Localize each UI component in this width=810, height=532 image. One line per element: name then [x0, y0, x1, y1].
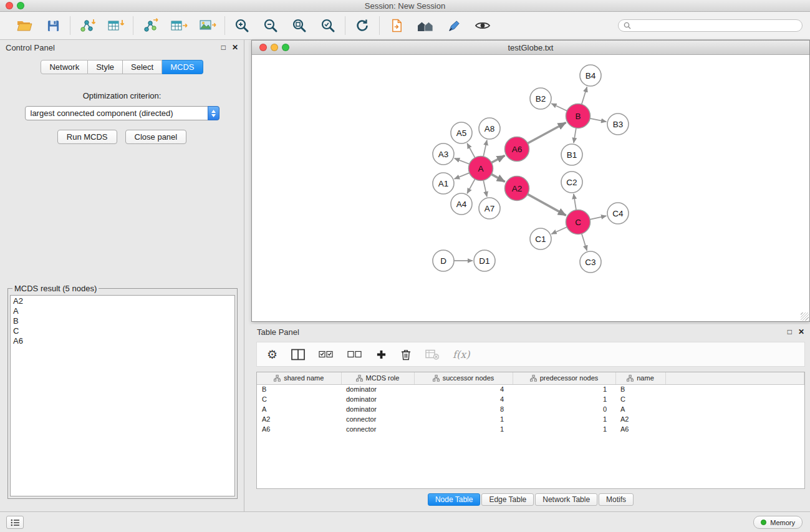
graph-edge-C-C4[interactable]: [590, 216, 606, 220]
float-table-panel-icon[interactable]: □: [788, 327, 792, 336]
graph-node-A6[interactable]: A6: [505, 137, 529, 162]
close-panel-icon[interactable]: ✕: [232, 43, 238, 52]
delete-column-button[interactable]: [400, 349, 412, 360]
graph-node-A5[interactable]: A5: [451, 122, 472, 143]
graph-edge-A-A5[interactable]: [467, 143, 475, 158]
table-cell[interactable]: 1: [513, 384, 615, 394]
table-cell[interactable]: B: [257, 384, 341, 394]
table-row[interactable]: Bdominator41B: [257, 384, 804, 394]
graph-edge-A-A8[interactable]: [483, 140, 487, 157]
graph-node-A8[interactable]: A8: [479, 118, 500, 139]
memory-button[interactable]: Memory: [753, 516, 803, 529]
mcds-result-item[interactable]: A6: [13, 336, 232, 346]
tab-select[interactable]: Select: [123, 60, 162, 74]
graph-edge-A2-C[interactable]: [528, 194, 566, 215]
tab-style[interactable]: Style: [88, 60, 123, 74]
table-row[interactable]: A6connector11A6: [257, 424, 804, 434]
table-cell[interactable]: dominator: [341, 394, 414, 404]
show-columns-button[interactable]: [291, 349, 305, 360]
table-cell[interactable]: C: [257, 394, 341, 404]
graph-node-B2[interactable]: B2: [530, 88, 551, 109]
zoom-selected-button[interactable]: [318, 15, 338, 36]
refresh-view-button[interactable]: [352, 15, 372, 36]
graph-edge-B-B1[interactable]: [574, 128, 576, 143]
table-cell[interactable]: 1: [513, 414, 615, 424]
criterion-dropdown[interactable]: largest connected component (directed): [25, 106, 219, 120]
open-session-button[interactable]: [14, 15, 34, 36]
mcds-result-list[interactable]: A2ABCA6: [10, 295, 235, 496]
import-table-button[interactable]: [106, 15, 126, 36]
tab-mcds[interactable]: MCDS: [162, 60, 203, 74]
table-cell[interactable]: C: [615, 394, 665, 404]
mcds-result-item[interactable]: B: [13, 316, 232, 326]
home-view-button[interactable]: [415, 15, 435, 36]
graph-edge-C-C1[interactable]: [551, 227, 567, 234]
graph-node-C1[interactable]: C1: [530, 228, 551, 249]
column-header-shared-name[interactable]: shared name: [257, 372, 341, 384]
graph-node-C4[interactable]: C4: [607, 203, 629, 224]
graph-edge-B-B2[interactable]: [551, 104, 567, 111]
graph-edge-C-C3[interactable]: [582, 234, 587, 251]
network-canvas[interactable]: B4B2BB3A5A8A6A3B1AC2A1A2A4A7C4CC1DD1C3: [252, 55, 809, 321]
graph-edge-A-A6[interactable]: [491, 155, 504, 162]
task-history-button[interactable]: [6, 516, 24, 529]
import-network-button[interactable]: [77, 15, 97, 36]
tab-network[interactable]: Network: [41, 60, 88, 74]
table-row[interactable]: Adominator80A: [257, 404, 804, 414]
graph-edge-B-B4[interactable]: [582, 87, 587, 104]
minimize-network-window-button[interactable]: [271, 44, 278, 51]
graph-node-A1[interactable]: A1: [433, 173, 454, 194]
graph-edge-A-A4[interactable]: [467, 179, 475, 193]
graph-node-D[interactable]: D: [433, 250, 454, 271]
deselect-all-button[interactable]: [347, 350, 362, 359]
export-image-button[interactable]: [198, 15, 218, 36]
table-cell[interactable]: 4: [414, 394, 513, 404]
save-session-button[interactable]: [43, 15, 63, 36]
export-table-button[interactable]: [169, 15, 189, 36]
table-cell[interactable]: 1: [414, 414, 513, 424]
column-header-successor-nodes[interactable]: successor nodes: [414, 372, 513, 384]
graph-node-B1[interactable]: B1: [561, 144, 582, 165]
graph-edge-B-B3[interactable]: [590, 118, 606, 122]
zoom-in-button[interactable]: [232, 15, 252, 36]
table-cell[interactable]: A2: [257, 414, 341, 424]
graph-edge-C-C2[interactable]: [574, 194, 576, 210]
table-cell[interactable]: 8: [414, 404, 513, 414]
graph-node-D1[interactable]: D1: [474, 250, 495, 271]
graph-node-A2[interactable]: A2: [505, 177, 529, 201]
graph-node-B[interactable]: B: [566, 104, 591, 128]
table-cell[interactable]: 0: [513, 404, 615, 414]
graph-edge-A-A3[interactable]: [455, 158, 470, 164]
close-panel-button[interactable]: Close panel: [125, 130, 187, 144]
table-cell[interactable]: A2: [615, 414, 665, 424]
tab-network-table[interactable]: Network Table: [535, 493, 597, 506]
table-cell[interactable]: dominator: [341, 384, 414, 394]
column-header-mcds-role[interactable]: MCDS role: [341, 372, 414, 384]
table-row[interactable]: Cdominator41C: [257, 394, 804, 404]
float-panel-icon[interactable]: □: [221, 43, 226, 52]
table-cell[interactable]: 1: [414, 424, 513, 434]
run-mcds-button[interactable]: Run MCDS: [57, 130, 117, 144]
tab-edge-table[interactable]: Edge Table: [481, 493, 534, 506]
add-column-button[interactable]: [376, 349, 387, 360]
resize-grip[interactable]: [801, 312, 809, 321]
annotation-button[interactable]: [444, 15, 464, 36]
mcds-result-item[interactable]: A2: [13, 296, 232, 306]
zoom-out-button[interactable]: [261, 15, 281, 36]
mcds-result-item[interactable]: C: [13, 326, 232, 336]
graph-node-A4[interactable]: A4: [451, 193, 472, 215]
table-row[interactable]: A2connector11A2: [257, 414, 804, 424]
table-cell[interactable]: A: [615, 404, 665, 414]
graph-edge-A-A7[interactable]: [483, 180, 487, 196]
table-cell[interactable]: connector: [341, 424, 414, 434]
mcds-result-item[interactable]: A: [13, 306, 232, 316]
table-cell[interactable]: A6: [615, 424, 665, 434]
table-cell[interactable]: A6: [257, 424, 341, 434]
close-window-button[interactable]: [6, 2, 13, 9]
close-table-panel-icon[interactable]: ✕: [798, 327, 804, 336]
zoom-window-button[interactable]: [17, 2, 24, 9]
column-header-predecessor-nodes[interactable]: predecessor nodes: [513, 372, 615, 384]
table-cell[interactable]: 1: [513, 424, 615, 434]
table-cell[interactable]: 4: [414, 384, 513, 394]
graph-node-C[interactable]: C: [566, 210, 591, 235]
